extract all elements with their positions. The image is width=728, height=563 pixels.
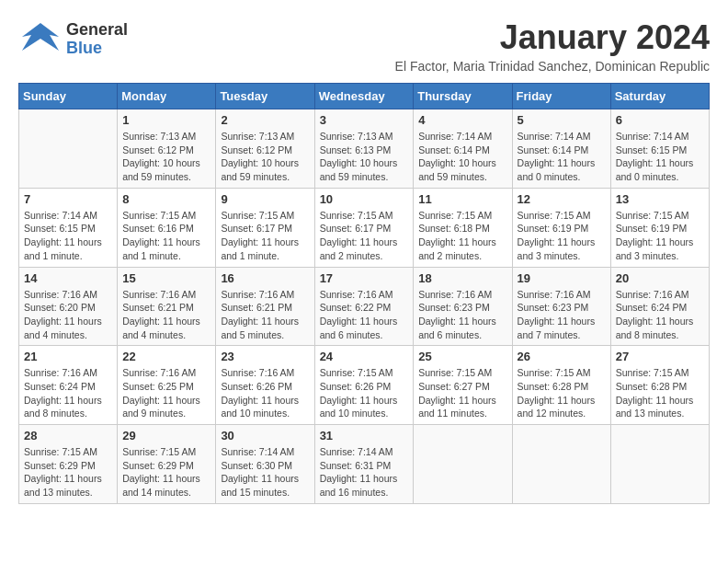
day-number: 13: [616, 192, 704, 206]
day-info: Sunrise: 7:14 AMSunset: 6:15 PMDaylight:…: [24, 209, 112, 263]
calendar-header-saturday: Saturday: [610, 84, 709, 109]
calendar-week-row: 21Sunrise: 7:16 AMSunset: 6:24 PMDayligh…: [19, 346, 710, 425]
calendar-cell: 8Sunrise: 7:15 AMSunset: 6:16 PMDaylight…: [118, 188, 216, 267]
calendar-week-row: 14Sunrise: 7:16 AMSunset: 6:20 PMDayligh…: [19, 267, 710, 346]
day-number: 18: [418, 271, 506, 285]
day-info: Sunrise: 7:15 AMSunset: 6:29 PMDaylight:…: [122, 445, 210, 500]
calendar-week-row: 28Sunrise: 7:15 AMSunset: 6:29 PMDayligh…: [19, 425, 710, 504]
day-info: Sunrise: 7:15 AMSunset: 6:16 PMDaylight:…: [122, 209, 210, 263]
calendar-week-row: 7Sunrise: 7:14 AMSunset: 6:15 PMDaylight…: [19, 188, 710, 267]
calendar-cell: 9Sunrise: 7:15 AMSunset: 6:17 PMDaylight…: [216, 188, 314, 267]
day-info: Sunrise: 7:15 AMSunset: 6:19 PMDaylight:…: [518, 209, 606, 263]
calendar-cell: 24Sunrise: 7:15 AMSunset: 6:26 PMDayligh…: [314, 346, 414, 425]
day-number: 10: [320, 192, 409, 206]
day-number: 16: [221, 271, 309, 285]
calendar-cell: 28Sunrise: 7:15 AMSunset: 6:29 PMDayligh…: [19, 425, 118, 504]
calendar-header-sunday: Sunday: [19, 84, 118, 109]
calendar-cell: 31Sunrise: 7:14 AMSunset: 6:31 PMDayligh…: [314, 425, 414, 504]
calendar-header-friday: Friday: [512, 84, 610, 109]
calendar-week-row: 1Sunrise: 7:13 AMSunset: 6:12 PMDaylight…: [19, 109, 710, 189]
month-title: January 2024: [395, 18, 710, 57]
day-info: Sunrise: 7:16 AMSunset: 6:23 PMDaylight:…: [418, 288, 506, 342]
day-info: Sunrise: 7:16 AMSunset: 6:22 PMDaylight:…: [320, 288, 409, 342]
day-info: Sunrise: 7:16 AMSunset: 6:24 PMDaylight:…: [24, 366, 112, 420]
day-info: Sunrise: 7:15 AMSunset: 6:17 PMDaylight:…: [221, 209, 309, 263]
calendar-cell: 19Sunrise: 7:16 AMSunset: 6:23 PMDayligh…: [512, 267, 610, 346]
calendar-cell: 6Sunrise: 7:14 AMSunset: 6:15 PMDaylight…: [610, 109, 709, 189]
day-number: 8: [122, 192, 210, 206]
day-number: 4: [418, 113, 506, 127]
day-number: 30: [221, 429, 309, 442]
calendar-header-wednesday: Wednesday: [314, 84, 414, 109]
calendar-cell: [610, 425, 709, 504]
logo-general-text: General: [66, 21, 128, 40]
day-info: Sunrise: 7:15 AMSunset: 6:28 PMDaylight:…: [518, 366, 606, 420]
calendar-cell: 18Sunrise: 7:16 AMSunset: 6:23 PMDayligh…: [414, 267, 512, 346]
day-number: 9: [221, 192, 309, 206]
day-number: 31: [320, 429, 409, 442]
logo-bird-icon: [18, 18, 63, 60]
day-number: 29: [122, 429, 210, 442]
day-number: 12: [518, 192, 606, 206]
day-info: Sunrise: 7:14 AMSunset: 6:14 PMDaylight:…: [418, 130, 506, 184]
day-info: Sunrise: 7:16 AMSunset: 6:21 PMDaylight:…: [122, 288, 210, 342]
location-subtitle: El Factor, Maria Trinidad Sanchez, Domin…: [395, 59, 710, 74]
day-info: Sunrise: 7:15 AMSunset: 6:28 PMDaylight:…: [616, 366, 704, 420]
day-info: Sunrise: 7:15 AMSunset: 6:17 PMDaylight:…: [320, 209, 409, 263]
calendar-cell: 26Sunrise: 7:15 AMSunset: 6:28 PMDayligh…: [512, 346, 610, 425]
calendar-cell: 3Sunrise: 7:13 AMSunset: 6:13 PMDaylight…: [314, 109, 414, 189]
logo-blue-text: Blue: [66, 40, 128, 58]
calendar-header-row: SundayMondayTuesdayWednesdayThursdayFrid…: [19, 84, 710, 109]
day-info: Sunrise: 7:16 AMSunset: 6:24 PMDaylight:…: [616, 288, 704, 342]
logo: General Blue: [18, 18, 128, 60]
day-info: Sunrise: 7:13 AMSunset: 6:12 PMDaylight:…: [122, 130, 210, 184]
day-number: 19: [518, 271, 606, 285]
day-info: Sunrise: 7:13 AMSunset: 6:13 PMDaylight:…: [320, 130, 409, 184]
day-number: 1: [122, 113, 210, 127]
calendar-cell: 14Sunrise: 7:16 AMSunset: 6:20 PMDayligh…: [19, 267, 118, 346]
day-number: 21: [24, 350, 112, 363]
calendar-header-tuesday: Tuesday: [216, 84, 314, 109]
calendar-cell: 29Sunrise: 7:15 AMSunset: 6:29 PMDayligh…: [118, 425, 216, 504]
day-info: Sunrise: 7:16 AMSunset: 6:21 PMDaylight:…: [221, 288, 309, 342]
day-number: 2: [221, 113, 309, 127]
calendar-cell: [414, 425, 512, 504]
day-info: Sunrise: 7:15 AMSunset: 6:26 PMDaylight:…: [320, 366, 409, 420]
day-info: Sunrise: 7:15 AMSunset: 6:19 PMDaylight:…: [616, 209, 704, 263]
calendar-cell: 22Sunrise: 7:16 AMSunset: 6:25 PMDayligh…: [118, 346, 216, 425]
day-info: Sunrise: 7:16 AMSunset: 6:20 PMDaylight:…: [24, 288, 112, 342]
logo-name: General Blue: [66, 21, 128, 58]
calendar-cell: 10Sunrise: 7:15 AMSunset: 6:17 PMDayligh…: [314, 188, 414, 267]
calendar-cell: 25Sunrise: 7:15 AMSunset: 6:27 PMDayligh…: [414, 346, 512, 425]
calendar-cell: 2Sunrise: 7:13 AMSunset: 6:12 PMDaylight…: [216, 109, 314, 189]
calendar-header-thursday: Thursday: [414, 84, 512, 109]
calendar-cell: 5Sunrise: 7:14 AMSunset: 6:14 PMDaylight…: [512, 109, 610, 189]
day-number: 11: [418, 192, 506, 206]
calendar-cell: 12Sunrise: 7:15 AMSunset: 6:19 PMDayligh…: [512, 188, 610, 267]
calendar-cell: 11Sunrise: 7:15 AMSunset: 6:18 PMDayligh…: [414, 188, 512, 267]
calendar-cell: 7Sunrise: 7:14 AMSunset: 6:15 PMDaylight…: [19, 188, 118, 267]
day-number: 25: [418, 350, 506, 363]
day-number: 27: [616, 350, 704, 363]
calendar-cell: 20Sunrise: 7:16 AMSunset: 6:24 PMDayligh…: [610, 267, 709, 346]
calendar-cell: 17Sunrise: 7:16 AMSunset: 6:22 PMDayligh…: [314, 267, 414, 346]
calendar-cell: 4Sunrise: 7:14 AMSunset: 6:14 PMDaylight…: [414, 109, 512, 189]
day-info: Sunrise: 7:14 AMSunset: 6:15 PMDaylight:…: [616, 130, 704, 184]
day-number: 7: [24, 192, 112, 206]
calendar-cell: 1Sunrise: 7:13 AMSunset: 6:12 PMDaylight…: [118, 109, 216, 189]
day-number: 14: [24, 271, 112, 285]
day-info: Sunrise: 7:14 AMSunset: 6:31 PMDaylight:…: [320, 445, 409, 500]
svg-marker-0: [22, 23, 59, 51]
day-info: Sunrise: 7:15 AMSunset: 6:18 PMDaylight:…: [418, 209, 506, 263]
day-info: Sunrise: 7:14 AMSunset: 6:14 PMDaylight:…: [518, 130, 606, 184]
title-section: January 2024 El Factor, Maria Trinidad S…: [395, 18, 710, 74]
day-number: 15: [122, 271, 210, 285]
day-info: Sunrise: 7:14 AMSunset: 6:30 PMDaylight:…: [221, 445, 309, 500]
calendar-cell: 30Sunrise: 7:14 AMSunset: 6:30 PMDayligh…: [216, 425, 314, 504]
day-number: 26: [518, 350, 606, 363]
calendar-cell: 16Sunrise: 7:16 AMSunset: 6:21 PMDayligh…: [216, 267, 314, 346]
day-number: 20: [616, 271, 704, 285]
calendar-table: SundayMondayTuesdayWednesdayThursdayFrid…: [18, 83, 710, 504]
day-number: 17: [320, 271, 409, 285]
day-number: 28: [24, 429, 112, 442]
